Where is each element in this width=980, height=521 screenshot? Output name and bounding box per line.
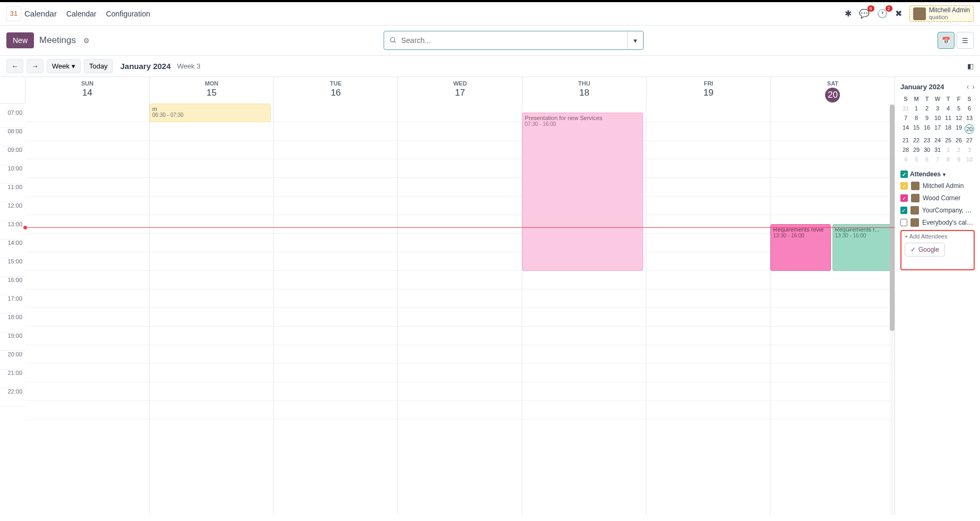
mini-day[interactable]: 30 — [922, 145, 932, 155]
day-header[interactable]: THU18 — [523, 77, 647, 104]
mini-day[interactable]: 21 — [900, 135, 911, 145]
mini-day[interactable]: 28 — [900, 145, 911, 155]
mini-day[interactable]: 9 — [953, 155, 964, 164]
mini-day[interactable]: 22 — [911, 135, 922, 145]
day-header[interactable]: MON15 — [150, 77, 274, 104]
attendee-checkbox[interactable]: ✓ — [900, 207, 907, 214]
day-column[interactable]: Requirements revie13:30 - 16:00Requireme… — [770, 104, 895, 515]
today-button[interactable]: Today — [84, 59, 113, 73]
list-view-button[interactable]: ☰ — [957, 32, 974, 49]
mini-day[interactable]: 24 — [932, 135, 943, 145]
day-header[interactable]: SUN14 — [25, 77, 150, 104]
google-sync-button[interactable]: ✓ Google — [905, 243, 945, 257]
mini-day[interactable]: 1 — [943, 145, 953, 155]
search-dropdown[interactable]: ▾ — [627, 31, 643, 49]
tools-icon[interactable]: ✖ — [895, 8, 902, 19]
mini-day[interactable]: 18 — [943, 123, 953, 135]
side-panel-toggle-icon[interactable]: ◧ — [967, 62, 974, 70]
day-header[interactable]: SAT20 — [771, 77, 895, 104]
mini-day[interactable]: 6 — [964, 104, 975, 113]
mini-day[interactable]: 31 — [900, 104, 911, 113]
day-header[interactable]: WED17 — [398, 77, 522, 104]
mini-day[interactable]: 25 — [943, 135, 953, 145]
mini-day[interactable]: 1 — [911, 104, 922, 113]
chevron-down-icon[interactable]: ▾ — [943, 172, 946, 177]
attendee-checkbox[interactable] — [900, 219, 907, 226]
mini-day[interactable]: 5 — [911, 155, 922, 164]
bug-icon[interactable]: ✱ — [845, 8, 852, 19]
app-logo[interactable]: 31 — [6, 6, 21, 21]
mini-next-icon[interactable]: › — [972, 82, 975, 91]
mini-day[interactable]: 3 — [932, 104, 943, 113]
activities-icon[interactable]: 🕐2 — [877, 8, 888, 19]
mini-day[interactable]: 3 — [964, 145, 975, 155]
mini-day[interactable]: 10 — [932, 113, 943, 123]
attendees-toggle-icon[interactable]: ✓ — [900, 170, 908, 178]
mini-day[interactable]: 7 — [932, 155, 943, 164]
mini-day[interactable]: 31 — [932, 145, 943, 155]
attendee-checkbox[interactable]: ✓ — [900, 182, 908, 190]
next-button[interactable]: → — [27, 59, 44, 73]
menu-item-calendar[interactable]: Calendar — [66, 10, 97, 18]
mini-day[interactable]: 2 — [953, 145, 964, 155]
svg-line-1 — [394, 41, 396, 43]
mini-day[interactable]: 23 — [922, 135, 932, 145]
day-header[interactable]: TUE16 — [274, 77, 398, 104]
mini-day[interactable]: 2 — [922, 104, 932, 113]
view-range-dropdown[interactable]: Week ▾ — [47, 59, 81, 73]
attendee-checkbox[interactable]: ✓ — [900, 194, 908, 202]
day-column[interactable] — [274, 104, 398, 515]
current-time-indicator — [25, 227, 895, 228]
mini-day[interactable]: 19 — [953, 123, 964, 135]
calendar-event[interactable]: Requirements r...13:30 - 16:00 — [832, 224, 893, 271]
mini-day[interactable]: 15 — [911, 123, 922, 135]
mini-day[interactable]: 10 — [964, 155, 975, 164]
mini-day[interactable]: 6 — [922, 155, 932, 164]
search-input[interactable] — [401, 36, 622, 45]
mini-day[interactable]: 14 — [900, 123, 911, 135]
attendee-row[interactable]: ✓Mitchell Admin — [900, 182, 975, 190]
mini-prev-icon[interactable]: ‹ — [967, 82, 969, 91]
mini-day[interactable]: 27 — [964, 135, 975, 145]
mini-day[interactable]: 8 — [911, 113, 922, 123]
calendar-event[interactable]: Requirements revie13:30 - 16:00 — [770, 224, 831, 271]
mini-day[interactable]: 29 — [911, 145, 922, 155]
attendee-row[interactable]: ✓YourCompany, Ma... — [900, 206, 975, 215]
day-column[interactable]: m06:30 - 07:30 — [150, 104, 274, 515]
mini-day[interactable]: 17 — [932, 123, 943, 135]
calendar-event[interactable]: m06:30 - 07:30 — [150, 104, 271, 122]
mini-day[interactable]: 7 — [900, 113, 911, 123]
new-button[interactable]: New — [6, 32, 34, 48]
mini-day[interactable]: 20 — [964, 123, 975, 135]
mini-day[interactable]: 5 — [953, 104, 964, 113]
mini-day[interactable]: 13 — [964, 113, 975, 123]
menu-item-configuration[interactable]: Configuration — [106, 10, 150, 18]
messages-badge: 6 — [868, 5, 874, 12]
user-menu[interactable]: Mitchell Admin quation — [909, 5, 974, 22]
add-attendees-link[interactable]: + Add Attendees — [905, 233, 970, 240]
day-column[interactable]: Presentation for new Services07:30 - 16:… — [522, 104, 646, 515]
day-column[interactable] — [398, 104, 522, 515]
mini-day[interactable]: 9 — [922, 113, 932, 123]
scrollbar[interactable] — [890, 104, 895, 515]
calendar-view-button[interactable]: 📅 — [938, 32, 955, 49]
gear-icon[interactable]: ⚙ — [83, 37, 90, 45]
attendee-row[interactable]: Everybody's calen... — [900, 218, 975, 227]
mini-day[interactable]: 12 — [953, 113, 964, 123]
mini-day[interactable]: 11 — [943, 113, 953, 123]
day-column[interactable] — [646, 104, 770, 515]
mini-dow: F — [953, 94, 964, 104]
mini-day[interactable]: 8 — [943, 155, 953, 164]
prev-button[interactable]: ← — [6, 59, 23, 73]
attendee-row[interactable]: ✓Wood Corner — [900, 194, 975, 202]
mini-dow: S — [900, 94, 911, 104]
mini-day[interactable]: 26 — [953, 135, 964, 145]
calendar-event[interactable]: Presentation for new Services07:30 - 16:… — [522, 113, 643, 271]
mini-day[interactable]: 4 — [900, 155, 911, 164]
mini-day[interactable]: 16 — [922, 123, 932, 135]
mini-day[interactable]: 4 — [943, 104, 953, 113]
day-number: 16 — [274, 88, 397, 98]
messages-icon[interactable]: 💬6 — [859, 8, 870, 19]
day-column[interactable] — [25, 104, 150, 515]
day-header[interactable]: FRI19 — [647, 77, 771, 104]
